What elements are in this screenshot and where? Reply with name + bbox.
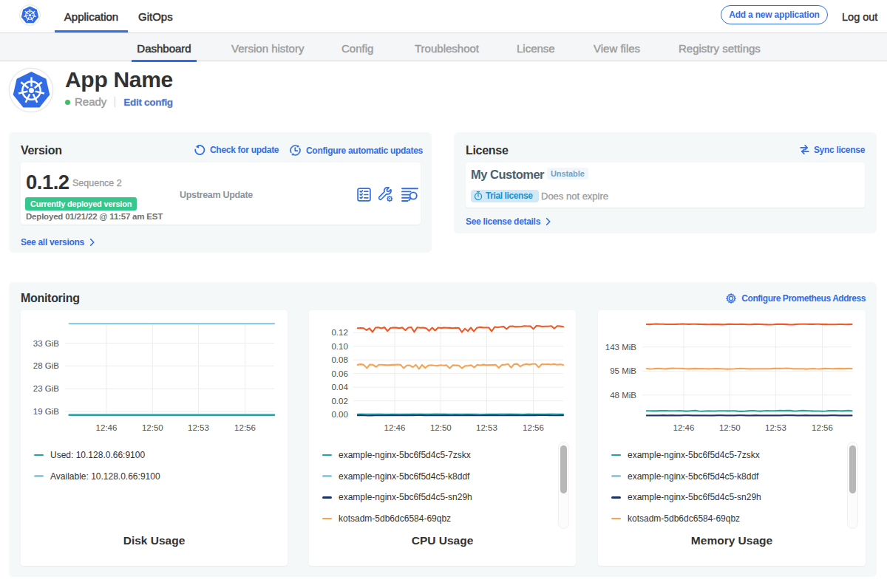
svg-text:0.06: 0.06 xyxy=(331,369,347,378)
svg-text:19 GiB: 19 GiB xyxy=(33,407,59,416)
svg-text:12:50: 12:50 xyxy=(719,423,741,432)
svg-text:12:56: 12:56 xyxy=(812,423,833,432)
svg-text:12:53: 12:53 xyxy=(476,423,497,432)
svg-text:12:53: 12:53 xyxy=(765,423,786,432)
svg-text:23 GiB: 23 GiB xyxy=(33,384,59,393)
svg-text:48 MiB: 48 MiB xyxy=(610,391,636,400)
svg-text:0.08: 0.08 xyxy=(331,355,347,364)
svg-text:0.10: 0.10 xyxy=(331,342,347,351)
svg-text:0.02: 0.02 xyxy=(331,397,347,406)
svg-text:12:56: 12:56 xyxy=(523,423,544,432)
svg-text:28 GiB: 28 GiB xyxy=(33,361,59,370)
svg-text:12:50: 12:50 xyxy=(142,423,163,432)
svg-text:95 MiB: 95 MiB xyxy=(610,366,636,375)
svg-text:0.04: 0.04 xyxy=(331,383,348,392)
svg-text:12:46: 12:46 xyxy=(96,423,118,432)
svg-text:12:50: 12:50 xyxy=(430,423,452,432)
svg-text:12:46: 12:46 xyxy=(673,423,695,432)
svg-text:12:56: 12:56 xyxy=(234,423,256,432)
svg-text:0.12: 0.12 xyxy=(331,328,347,337)
svg-text:12:46: 12:46 xyxy=(384,423,406,432)
svg-text:33 GiB: 33 GiB xyxy=(33,339,59,348)
svg-text:0.00: 0.00 xyxy=(331,410,347,419)
svg-text:143 MiB: 143 MiB xyxy=(605,343,637,352)
svg-text:12:53: 12:53 xyxy=(188,423,209,432)
